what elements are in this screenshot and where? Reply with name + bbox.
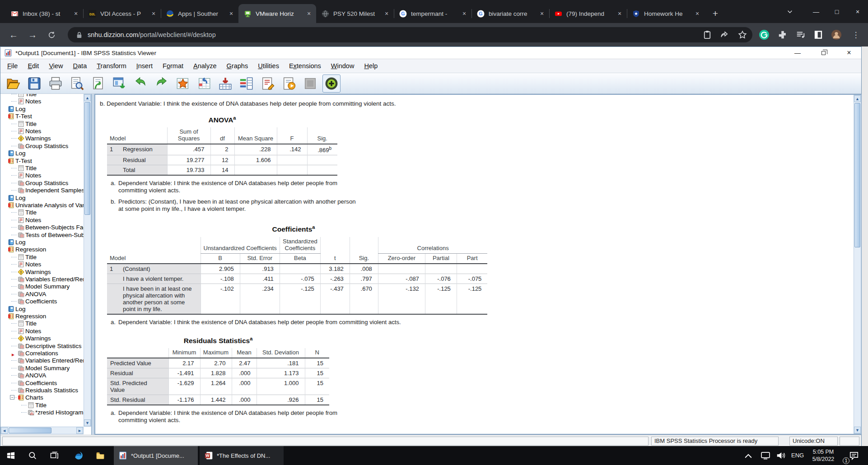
outline-item-group-statistics[interactable]: Group Statistics (0, 179, 84, 187)
browser-tab-vdi-access-p[interactable]: D2LVDI Access - P× (83, 4, 161, 23)
playlist-extension-icon[interactable] (796, 30, 806, 40)
scroll-down-arrow[interactable]: ▼ (854, 427, 861, 433)
outline-item-anova[interactable]: ANOVA (0, 372, 84, 379)
outline-item-group-statistics[interactable]: Group Statistics (0, 142, 84, 150)
tab-close-icon[interactable]: × (72, 10, 79, 17)
select-window-icon[interactable] (110, 74, 128, 93)
tab-close-icon[interactable]: × (383, 10, 390, 17)
outline-item-zresid-histogram[interactable]: *zresid Histogram (0, 409, 84, 416)
tab-close-icon[interactable]: × (616, 10, 623, 17)
browser-tab-inbox-38-st[interactable]: Inbox (38) - st× (5, 4, 83, 23)
goto-designated-output-icon[interactable] (174, 74, 192, 93)
outline-item-independent-samples-t[interactable]: Independent Samples T (0, 186, 84, 194)
outline-item-log[interactable]: Log (0, 105, 84, 113)
address-bar[interactable]: snhu.dizzion.com/portal/webclient/#/desk… (68, 27, 752, 42)
scrollbar-thumb[interactable] (854, 103, 860, 247)
menu-help[interactable]: Help (359, 59, 383, 73)
outline-item-variables-entered-rem[interactable]: Variables Entered/Rem (0, 275, 84, 283)
open-data-icon[interactable] (4, 74, 22, 93)
tray-speaker-icon[interactable] (776, 451, 786, 460)
scroll-down-arrow[interactable]: ▼ (84, 419, 91, 426)
outline-item-warnings[interactable]: !Warnings (0, 335, 84, 342)
browser-tab-vmware-horiz[interactable]: VMware Horiz× (238, 4, 316, 23)
tab-close-icon[interactable]: × (538, 10, 546, 17)
tray-display-icon[interactable] (761, 451, 770, 460)
spss-minimize-button[interactable]: — (788, 47, 807, 59)
outline-item-coefficients[interactable]: Coefficients (0, 298, 84, 305)
outline-item-notes[interactable]: Notes (0, 260, 84, 268)
variables-icon[interactable] (238, 74, 256, 93)
outline-item-notes[interactable]: Notes (0, 216, 84, 224)
tab-close-icon[interactable]: × (305, 10, 313, 17)
insert-cases-icon[interactable] (216, 74, 234, 93)
taskbar-app-the-effects-of-dn[interactable]: W*The Effects of DN... (200, 446, 284, 465)
outline-item-correlations[interactable]: ►Correlations (0, 349, 84, 357)
spss-restore-button[interactable] (813, 47, 833, 59)
task-view-icon[interactable] (43, 446, 65, 465)
start-button[interactable] (0, 446, 22, 465)
action-center-icon[interactable] (849, 451, 859, 460)
tray-language[interactable]: ENG (791, 452, 804, 459)
tray-chevron-up-icon[interactable] (743, 451, 753, 461)
residuals-statistics-table[interactable]: Minimum Maximum Mean Std. Deviation N Pr… (107, 348, 329, 405)
outline-item-descriptive-statistics[interactable]: Descriptive Statistics (0, 342, 84, 350)
undo-icon[interactable] (131, 74, 149, 93)
extensions-puzzle-icon[interactable] (778, 30, 788, 40)
browser-tab-79-independ[interactable]: (79) Independ× (549, 4, 627, 23)
print-preview-icon[interactable] (68, 74, 86, 93)
outline-item-warnings[interactable]: !Warnings (0, 268, 84, 276)
menu-file[interactable]: File (2, 59, 23, 73)
scroll-up-arrow[interactable]: ▲ (84, 94, 91, 101)
redo-icon[interactable] (153, 74, 171, 93)
browser-menu-dots[interactable]: ⋮ (848, 28, 863, 42)
outline-item-regression[interactable]: Regression (0, 246, 84, 253)
outline-item-title[interactable]: Title (0, 164, 84, 172)
scroll-right-arrow[interactable]: ► (76, 427, 83, 434)
anova-table[interactable]: Model Sum of Squares df Mean Square F Si… (107, 127, 337, 176)
bookmark-star-icon[interactable] (738, 30, 747, 39)
window-maximize-button[interactable]: □ (826, 0, 847, 23)
reload-button[interactable] (44, 28, 59, 42)
outline-item-univariate-analysis-of-varian[interactable]: Univariate Analysis of Varian (0, 201, 84, 209)
window-close-button[interactable]: × (847, 0, 868, 23)
goto-case-icon[interactable] (195, 74, 213, 93)
new-tab-button[interactable]: + (709, 8, 722, 20)
tab-close-icon[interactable]: × (694, 10, 701, 17)
tab-search-chevron-icon[interactable] (779, 0, 800, 23)
menu-transform[interactable]: Transform (92, 59, 131, 73)
outline-item-log[interactable]: Log (0, 149, 84, 157)
coefficients-table[interactable]: Model Unstandardized Coefficients Standa… (107, 237, 487, 315)
tray-clock[interactable]: 5:05 PM 5/8/2022 (807, 448, 839, 463)
reading-list-icon[interactable] (703, 30, 712, 39)
outline-item-t-test[interactable]: T-Test (0, 157, 84, 165)
outline-item-residuals-statistics[interactable]: Residuals Statistics (0, 386, 84, 394)
menu-format[interactable]: Format (158, 59, 188, 73)
share-icon[interactable] (720, 30, 729, 39)
browser-tab-apps-souther[interactable]: Apps | Souther× (161, 4, 238, 23)
show-all-icon[interactable] (322, 74, 341, 93)
tab-close-icon[interactable]: × (228, 10, 235, 17)
menu-utilities[interactable]: Utilities (253, 59, 284, 73)
save-icon[interactable] (25, 74, 43, 93)
forward-button[interactable]: → (25, 28, 40, 42)
menu-insert[interactable]: Insert (131, 59, 158, 73)
browser-tab-psy-520-milest[interactable]: PSY 520 Milest× (316, 4, 394, 23)
outline-item-t-test[interactable]: T-Test (0, 112, 84, 120)
menu-extensions[interactable]: Extensions (284, 59, 326, 73)
outline-item-title[interactable]: Title (0, 209, 84, 216)
tab-close-icon[interactable]: × (150, 10, 157, 17)
outline-item-notes[interactable]: Notes (0, 127, 84, 135)
edit-output-icon[interactable] (259, 74, 277, 93)
browser-tab-tempermant[interactable]: Gtempermant -× (394, 4, 471, 23)
file-explorer-icon[interactable] (89, 446, 111, 465)
edge-browser-icon[interactable] (68, 446, 89, 465)
outline-item-tests-of-between-subje[interactable]: Tests of Between-Subje (0, 231, 84, 239)
menu-analyze[interactable]: Analyze (188, 59, 222, 73)
outline-item-between-subjects-facto[interactable]: Between-Subjects Facto (0, 223, 84, 231)
menu-window[interactable]: Window (326, 59, 359, 73)
menu-data[interactable]: Data (68, 59, 92, 73)
menu-graphs[interactable]: Graphs (222, 59, 253, 73)
outline-item-log[interactable]: Log (0, 194, 84, 202)
outline-item-regression[interactable]: Regression (0, 312, 84, 320)
profile-avatar[interactable] (831, 30, 841, 40)
